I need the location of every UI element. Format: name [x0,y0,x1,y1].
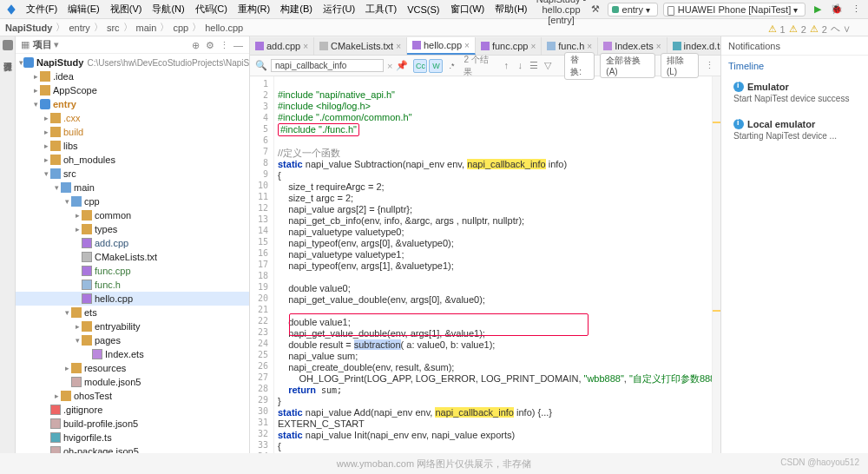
tab-add.cpp[interactable]: add.cpp× [250,37,314,55]
clear-search-icon[interactable]: × [387,61,392,71]
tree-node[interactable]: ▸build [16,125,249,139]
sidebar-hide-icon[interactable]: ⋮ [220,40,230,50]
menu-navigate[interactable]: 导航(N) [148,1,187,17]
tree-root[interactable]: ▾ NapiStudy C:\Users\hw\DevEcoStudioProj… [16,56,249,69]
tree-node[interactable]: ▸entryability [16,319,249,333]
menu-code[interactable]: 代码(C) [192,1,231,17]
tree-node[interactable]: func.h [16,278,249,292]
build-hammer-icon[interactable]: ⚒ [589,3,602,16]
tree-node[interactable]: ▾src [16,167,249,181]
close-tab-icon: × [303,42,308,51]
tab-CMakeLists.txt[interactable]: CMakeLists.txt× [314,37,407,55]
sidebar-minimize-icon[interactable]: — [233,40,244,50]
code-editor[interactable]: #include "napi/native_api.h" #include <h… [274,76,712,453]
more-icon[interactable]: ⋮ [849,3,863,16]
info-icon [733,82,744,92]
tab-hello.cpp[interactable]: hello.cpp× [407,37,476,55]
match-count: 2 个结果 [464,54,495,78]
tree-node[interactable]: CMakeLists.txt [16,250,249,264]
sidebar-title: 项目 [33,38,52,51]
tree-node[interactable]: ▸resources [16,361,249,375]
close-tab-icon: × [656,42,661,51]
menu-edit[interactable]: 编辑(E) [64,1,103,17]
tree-node[interactable]: ▸AppScope [16,83,249,97]
exclude-button[interactable]: 排除(L) [661,53,699,78]
prev-match-icon[interactable]: ↑ [500,60,512,72]
tab-func.cpp[interactable]: func.cpp× [476,37,542,55]
regex-toggle[interactable]: .* [444,59,458,73]
match-case-toggle[interactable]: Cc [413,59,427,73]
info-icon [733,119,744,129]
notif-card[interactable]: Local emulator Starting NapiTest device … [728,114,861,146]
tree-node[interactable]: ▾main [16,181,249,194]
tree-node[interactable]: oh-package.json5 [16,444,249,453]
close-tab-icon: × [587,42,592,51]
notif-card[interactable]: Emulator Start NapiTest device success [728,76,861,109]
run-config-selector[interactable]: entry ▾ [608,3,658,16]
tab-Index.ets[interactable]: Index.ets× [598,37,667,55]
search-icon: 🔍 [255,60,267,71]
close-tab-icon: × [464,41,470,50]
breadcrumb: NapiStudy 〉entry 〉src 〉main 〉cpp 〉hello.… [0,19,868,36]
watermark-right: CSDN @haoyou512 [780,458,859,467]
select-all-icon[interactable]: ☰ [528,60,540,72]
menu-tools[interactable]: 工具(T) [362,1,400,17]
find-more-icon[interactable]: ⋮ [704,60,715,72]
tree-node[interactable]: .gitignore [16,403,249,417]
sidebar-target-icon[interactable]: ⊕ [192,40,202,50]
menu-refactor[interactable]: 重构(R) [234,1,273,17]
tree-node[interactable]: ▸oh_modules [16,153,249,167]
debug-icon[interactable]: 🐞 [830,3,844,16]
run-icon[interactable]: ▶ [811,3,825,16]
crumb-entry[interactable]: entry [69,23,89,33]
app-logo-icon [5,3,17,16]
crumb-root[interactable]: NapiStudy [5,23,52,33]
tree-node[interactable]: ▸common [16,208,249,222]
find-input[interactable]: napi_callback_info [271,59,384,72]
collapse-icon[interactable]: ▦ [21,39,30,50]
pin-icon[interactable]: 📌 [396,60,408,71]
tree-node[interactable]: func.cpp [16,264,249,278]
tree-node[interactable]: ▸.cxx [16,111,249,125]
tree-node[interactable]: ▾ets [16,306,249,319]
sidebar-settings-icon[interactable]: ⚙ [206,40,216,50]
tree-node[interactable]: Index.ets [16,347,249,361]
menu-help[interactable]: 帮助(H) [491,1,530,17]
replace-button[interactable]: 替换: [564,52,595,80]
tree-node[interactable]: build-profile.json5 [16,417,249,431]
tree-node[interactable]: ▸types [16,222,249,236]
tree-node[interactable]: ▾entry [16,97,249,111]
tree-node[interactable]: ▸.idea [16,69,249,83]
replace-all-button[interactable]: 全部替换(A) [600,53,655,78]
next-match-icon[interactable]: ↓ [514,60,526,72]
menu-run[interactable]: 运行(U) [319,1,358,17]
device-selector[interactable]: HUAWEI Phone [NapiTest] ▾ [663,3,806,16]
window-title: NapiStudy - hello.cpp [entry] [535,0,589,25]
close-tab-icon: × [530,42,536,51]
tree-node[interactable]: ▾cpp [16,194,249,208]
tree-node[interactable]: hello.cpp [16,292,249,306]
menu-build[interactable]: 构建(B) [277,1,316,17]
menu-window[interactable]: 窗口(W) [447,1,489,17]
menu-view[interactable]: 视图(V) [107,1,146,17]
tree-node[interactable]: hvigorfile.ts [16,431,249,444]
inspection-status[interactable]: ⚠1 ⚠2 ⚠2 ヘ ∨ [768,23,851,36]
minimap[interactable] [712,76,720,453]
filter-icon[interactable]: ▽ [542,60,554,72]
project-tool-icon[interactable] [3,40,13,50]
words-toggle[interactable]: W [429,59,443,73]
close-tab-icon: × [396,42,401,51]
watermark-left: www.ymoban.com 网络图片仅供展示，非存储 [337,458,531,469]
menu-vcs[interactable]: VCS(S) [404,3,443,16]
tree-node[interactable]: ▾pages [16,333,249,347]
tree-node[interactable]: module.json5 [16,375,249,389]
tree-node[interactable]: ▸ohosTest [16,389,249,403]
timeline-link[interactable]: Timeline [728,61,861,71]
tree-node[interactable]: add.cpp [16,236,249,250]
notifications-title: Notifications [721,36,868,56]
tree-node[interactable]: ▸libs [16,139,249,153]
tab-index.d.ts[interactable]: index.d.ts× [667,37,720,55]
menu-file[interactable]: 文件(F) [23,1,61,17]
